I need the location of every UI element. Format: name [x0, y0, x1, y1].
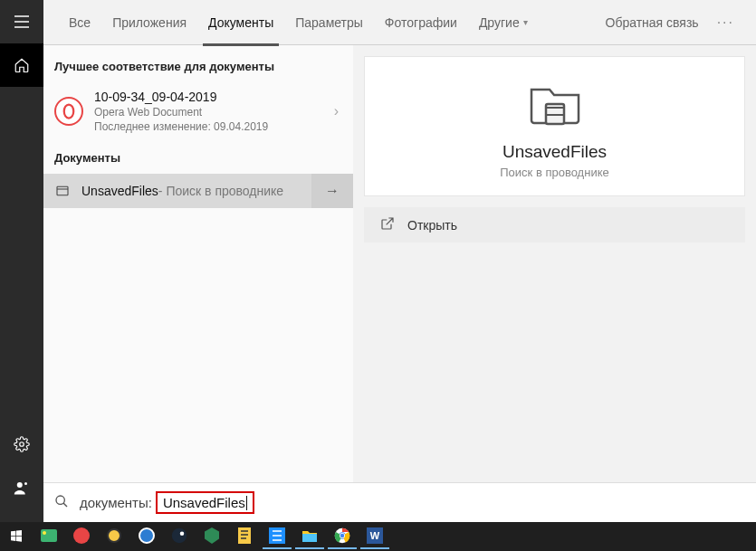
result-item-best[interactable]: 10-09-34_09-04-2019 Opera Web Document П…	[43, 82, 353, 140]
tab-apps[interactable]: Приложения	[101, 0, 197, 45]
taskbar-app-steam[interactable]	[165, 524, 194, 549]
svg-point-15	[340, 534, 345, 538]
search-term-highlight: UnsavedFiles	[156, 491, 254, 514]
svg-point-3	[64, 105, 74, 119]
open-action[interactable]: Открыть	[364, 207, 745, 242]
taskbar-opera[interactable]	[67, 524, 96, 549]
result-type: Opera Web Document	[94, 106, 327, 119]
result-suffix: - Поиск в проводнике	[158, 184, 283, 198]
tab-label: Приложения	[112, 15, 187, 30]
result-item-selected[interactable]: UnsavedFiles - Поиск в проводнике →	[43, 174, 353, 208]
taskbar-app-note[interactable]	[230, 524, 259, 549]
svg-point-7	[172, 528, 187, 544]
home-button[interactable]	[0, 43, 43, 87]
svg-text:W: W	[370, 530, 380, 541]
preview-card: UnsavedFiles Поиск в проводнике	[364, 56, 745, 196]
hamburger-menu[interactable]	[0, 0, 43, 43]
search-prefix: документы:	[80, 495, 152, 510]
tab-all[interactable]: Все	[58, 0, 101, 45]
opera-icon	[54, 97, 83, 126]
taskbar-paint[interactable]	[34, 524, 63, 549]
open-arrow-button[interactable]: →	[311, 174, 353, 208]
svg-point-6	[56, 496, 64, 504]
taskbar-chrome[interactable]	[328, 524, 357, 549]
taskbar-explorer[interactable]	[295, 524, 324, 549]
section-heading-best: Лучшее соответствие для документы	[43, 56, 353, 82]
svg-point-8	[180, 532, 185, 537]
search-bar[interactable]: документы: UnsavedFiles	[43, 482, 756, 522]
tab-label: Фотографии	[385, 15, 457, 30]
svg-rect-9	[238, 527, 251, 544]
section-heading-docs: Документы	[43, 140, 353, 174]
svg-rect-4	[57, 186, 68, 195]
text-caret	[246, 496, 247, 510]
tab-documents[interactable]: Документы	[197, 0, 284, 45]
preview-subtitle: Поиск в проводнике	[500, 166, 608, 179]
tab-label: Все	[69, 15, 91, 30]
feedback-link[interactable]: Обратная связь	[595, 15, 710, 30]
tab-label: Параметры	[295, 15, 363, 30]
feedback-label: Обратная связь	[606, 15, 699, 30]
tab-label: Другие	[479, 15, 520, 30]
svg-point-1	[17, 482, 23, 488]
chevron-right-icon[interactable]: ›	[327, 103, 346, 119]
svg-point-2	[24, 482, 27, 485]
result-title: 10-09-34_09-04-2019	[94, 90, 327, 104]
folder-search-icon	[526, 79, 584, 131]
taskbar-app-yellow[interactable]	[100, 524, 129, 549]
result-title: UnsavedFiles	[81, 184, 158, 198]
preview-title: UnsavedFiles	[502, 142, 607, 162]
tab-photos[interactable]: Фотографии	[374, 0, 468, 45]
start-button[interactable]	[2, 524, 31, 549]
account-button[interactable]	[0, 466, 43, 509]
taskbar-app-blue2[interactable]	[263, 524, 292, 549]
open-label: Открыть	[407, 218, 457, 233]
taskbar-app-shield[interactable]	[197, 524, 226, 549]
result-modified: Последнее изменение: 09.04.2019	[94, 120, 327, 133]
settings-button[interactable]	[0, 423, 43, 466]
taskbar-app-blue[interactable]	[132, 524, 161, 549]
open-external-icon	[380, 216, 395, 233]
svg-rect-11	[302, 534, 317, 542]
taskbar-word[interactable]: W	[360, 524, 389, 549]
tab-more[interactable]: Другие ▾	[468, 0, 539, 45]
more-options-button[interactable]: ···	[710, 14, 742, 31]
tab-label: Документы	[208, 15, 273, 30]
search-term: UnsavedFiles	[163, 495, 245, 510]
explorer-icon	[54, 183, 71, 199]
svg-point-0	[20, 442, 24, 447]
search-icon	[54, 494, 69, 512]
chevron-down-icon: ▾	[523, 17, 528, 27]
tab-settings[interactable]: Параметры	[284, 0, 374, 45]
